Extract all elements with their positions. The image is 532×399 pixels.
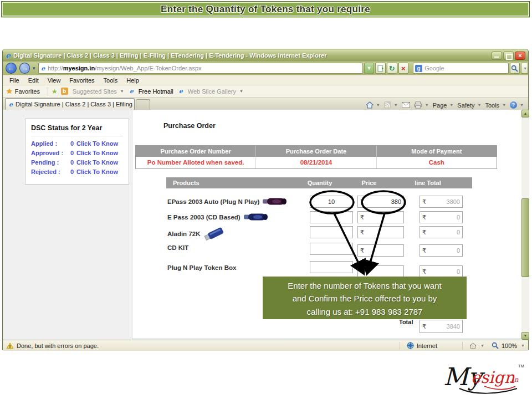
home-button[interactable]: ▼ bbox=[366, 101, 380, 109]
web-slice-gallery-label: Web Slice Gallery bbox=[188, 88, 236, 95]
quantity-input[interactable] bbox=[310, 196, 353, 208]
click-to-know-link[interactable]: Click To Know bbox=[76, 168, 118, 175]
total-value: 3840 bbox=[447, 323, 460, 330]
quantity-input[interactable] bbox=[310, 261, 353, 273]
products-table-header: Products Quantity Price line Total bbox=[166, 177, 472, 188]
click-to-know-link[interactable]: Click To Know bbox=[76, 150, 118, 156]
feeds-button[interactable]: ▼ bbox=[384, 101, 398, 109]
menu-favorites[interactable]: Favorites bbox=[65, 77, 99, 84]
command-bar: ▼ ▼ ▼ Page▼ Safety▼ Tools▼ ?▼ bbox=[366, 101, 528, 110]
favorites-button[interactable]: Favorites bbox=[15, 88, 40, 95]
po-header-number: Purchase Order Number bbox=[136, 146, 256, 157]
web-slice-gallery-item[interactable]: e Web Slice Gallery ▼ bbox=[179, 88, 243, 95]
tools-menu[interactable]: Tools▼ bbox=[485, 102, 506, 109]
restore-button[interactable] bbox=[503, 52, 514, 60]
title-bar: e Digital Signature | Class 2 | Class 3 … bbox=[3, 49, 528, 62]
chevron-down-icon[interactable]: ▼ bbox=[480, 344, 484, 347]
zoom-level[interactable]: 100% bbox=[502, 342, 517, 349]
url-dropdown-button[interactable]: ▼ bbox=[364, 63, 375, 74]
price-field[interactable]: ₹ bbox=[357, 211, 404, 223]
help-menu[interactable]: ?▼ bbox=[510, 101, 524, 109]
favorites-bar: ★ Favorites ★ b Suggested Sites ▼ e Free… bbox=[3, 85, 528, 97]
logo-tm-text: TM bbox=[518, 364, 524, 369]
product-name: Aladin 72K bbox=[167, 231, 200, 237]
dsc-count: 0 bbox=[68, 168, 76, 175]
price-field[interactable]: ₹ bbox=[357, 265, 404, 278]
page-content: DSC Status for 2 Year Applied : 0 Click … bbox=[3, 110, 529, 340]
price-field[interactable]: ₹ bbox=[357, 226, 404, 238]
main-panel: Purchase Order Purchase Order Number Pur… bbox=[132, 110, 521, 339]
price-value: 380 bbox=[391, 198, 401, 205]
read-mail-button[interactable] bbox=[402, 102, 410, 108]
url-field[interactable]: e http://myesign.in/myesign/Web_App/E-To… bbox=[38, 63, 362, 74]
product-row-label: CD KIT bbox=[167, 244, 188, 251]
suggested-sites-item[interactable]: b Suggested Sites ▼ bbox=[61, 88, 124, 95]
quantity-input[interactable] bbox=[310, 243, 353, 255]
annotation-callout: Enter the number of Tokens that you want… bbox=[263, 277, 467, 319]
menu-edit[interactable]: Edit bbox=[24, 77, 43, 84]
close-button[interactable]: × bbox=[515, 52, 525, 60]
price-field[interactable]: ₹ 380 bbox=[357, 196, 404, 208]
menu-tools[interactable]: Tools bbox=[99, 77, 122, 84]
rss-icon bbox=[384, 101, 391, 109]
page-icon: e bbox=[41, 65, 45, 71]
line-total-field: ₹ 0 bbox=[420, 265, 463, 278]
menu-view[interactable]: View bbox=[43, 77, 65, 84]
quantity-input[interactable] bbox=[310, 211, 353, 223]
chevron-down-icon: ▼ bbox=[523, 66, 527, 70]
print-button[interactable]: ▼ bbox=[414, 101, 429, 109]
line-total-field: ₹ 3800 bbox=[420, 196, 463, 208]
tab-title: Digital Signature | Class 2 | Class 3 | … bbox=[16, 101, 135, 108]
quantity-header-label: Quantity bbox=[298, 177, 342, 188]
line-total-value: 0 bbox=[457, 268, 460, 275]
dsc-count: 0 bbox=[68, 140, 76, 147]
dsc-panel-title: DSC Status for 2 Year bbox=[31, 124, 123, 136]
quantity-input[interactable] bbox=[310, 226, 353, 238]
scroll-down-button[interactable]: ▼ bbox=[521, 332, 529, 340]
forward-button[interactable]: → bbox=[19, 63, 30, 74]
ie-logo-icon: e bbox=[6, 52, 11, 59]
home-icon bbox=[366, 101, 374, 109]
click-to-know-link[interactable]: Click To Know bbox=[76, 159, 118, 166]
warning-icon bbox=[6, 342, 14, 349]
total-label: Total bbox=[399, 319, 413, 325]
scroll-up-button[interactable]: ▲ bbox=[521, 110, 529, 117]
safety-menu[interactable]: Safety▼ bbox=[457, 102, 481, 109]
rupee-icon: ₹ bbox=[360, 229, 364, 236]
page-menu[interactable]: Page▼ bbox=[433, 102, 454, 109]
search-button[interactable] bbox=[510, 63, 520, 74]
callout-line: Enter the number of Tokens that you want bbox=[263, 279, 467, 292]
search-input[interactable] bbox=[424, 65, 506, 71]
usb-token-image bbox=[244, 213, 268, 221]
price-field[interactable]: ₹ bbox=[357, 244, 404, 257]
stop-icon: × bbox=[401, 64, 406, 73]
back-button[interactable]: ← bbox=[6, 63, 17, 74]
line-total-header-label: line Total bbox=[406, 177, 450, 188]
rupee-icon: ₹ bbox=[360, 214, 364, 221]
new-tab-button[interactable] bbox=[136, 99, 150, 110]
chevron-down-icon: ▼ bbox=[502, 103, 506, 107]
vertical-scrollbar: ▲ ▼ bbox=[521, 110, 529, 340]
free-hotmail-item[interactable]: e Free Hotmail bbox=[130, 88, 173, 95]
refresh-button[interactable]: ↻ bbox=[387, 63, 397, 74]
menu-help[interactable]: Help bbox=[122, 77, 144, 84]
stop-button[interactable]: × bbox=[398, 63, 409, 74]
history-dropdown-icon[interactable]: ▼ bbox=[32, 66, 36, 71]
menu-file[interactable]: File bbox=[5, 77, 24, 84]
search-options-dropdown[interactable]: ▼ bbox=[521, 63, 528, 74]
chevron-down-icon: ▼ bbox=[449, 103, 453, 107]
compatibility-view-button[interactable] bbox=[375, 63, 386, 74]
scrollbar-thumb[interactable] bbox=[521, 198, 529, 277]
active-tab[interactable]: e Digital Signature | Class 2 | Class 3 … bbox=[5, 98, 135, 110]
po-header-payment: Mode of Payment bbox=[377, 146, 497, 157]
chevron-down-icon[interactable]: ▼ bbox=[521, 344, 525, 347]
divider bbox=[48, 87, 48, 96]
minimize-button[interactable] bbox=[492, 52, 502, 60]
po-date-value: 08/21/2014 bbox=[256, 157, 376, 168]
product-name: EPass 2003 Auto (Plug N Play) bbox=[167, 198, 259, 205]
add-favorite-icon[interactable]: ★ bbox=[52, 88, 58, 95]
dsc-row-applied: Applied : 0 Click To Know bbox=[31, 140, 123, 147]
product-row-label: Aladin 72K bbox=[167, 227, 226, 241]
product-row-label: E Pass 2003 (CD Based) bbox=[167, 213, 268, 221]
click-to-know-link[interactable]: Click To Know bbox=[76, 140, 118, 147]
